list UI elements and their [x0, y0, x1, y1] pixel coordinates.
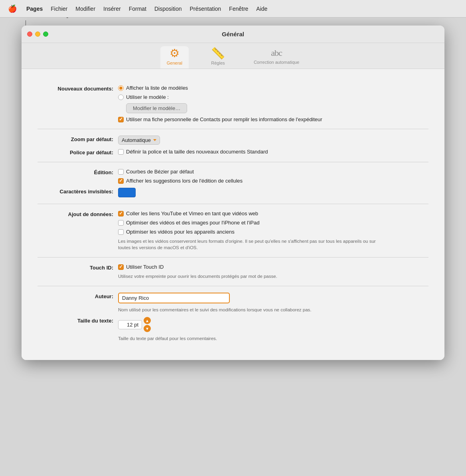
label-police: Police par défaut:: [38, 149, 113, 155]
traffic-lights: [27, 31, 48, 37]
menu-disposition[interactable]: Disposition: [151, 4, 185, 14]
row-taille: Taille du texte: ▲ ▼ Taille du texte par…: [38, 317, 428, 342]
color-swatch-invisible[interactable]: [118, 188, 136, 197]
row-nouveaux-documents: Nouveaux documents: Afficher la liste de…: [38, 85, 428, 122]
author-input[interactable]: [118, 293, 230, 303]
modify-model-button[interactable]: Modifier le modèle…: [126, 103, 187, 113]
label-auteur: Auteur:: [38, 293, 113, 299]
titlebar: Général: [22, 26, 444, 43]
checkbox-row-contacts[interactable]: Utiliser ma fiche personnelle de Contact…: [118, 116, 428, 122]
menu-aide[interactable]: Aide: [253, 4, 271, 14]
checkbox-contacts-label: Utiliser ma fiche personnelle de Contact…: [126, 116, 322, 122]
section-nouveaux-documents: Nouveaux documents: Afficher la liste de…: [38, 79, 428, 129]
maximize-button[interactable]: [43, 31, 48, 37]
label-ajout: Ajout de données:: [38, 210, 113, 217]
section-edition: Édition: Courbes de Bézier par défaut Af…: [38, 162, 428, 204]
checkbox-suggestions-label: Afficher les suggestions lors de l'éditi…: [126, 178, 243, 184]
auteur-hint: Nom utilisé pour les commentaires et le …: [118, 307, 389, 313]
row-auteur: Auteur: Nom utilisé pour les commentaire…: [38, 293, 428, 313]
content-area: Nouveaux documents: Afficher la liste de…: [22, 69, 444, 360]
radio-utiliser-label: Utiliser le modèle :: [126, 94, 169, 100]
touchid-hint: Utilisez votre empreinte pour ouvrir les…: [118, 273, 389, 279]
zoom-dropdown[interactable]: Automatique: [118, 136, 160, 145]
gear-icon: ⚙: [170, 48, 180, 59]
zoom-dropdown-arrow: [153, 139, 156, 141]
checkbox-row-optimiser-anciens[interactable]: Optimiser les vidéos pour les appareils …: [118, 229, 428, 235]
tab-regles[interactable]: 📏 Règles: [205, 46, 231, 69]
checkbox-optimiser-anciens[interactable]: [118, 229, 124, 235]
tab-general[interactable]: ⚙ General: [160, 46, 189, 69]
menu-fenetre[interactable]: Fenêtre: [226, 4, 251, 14]
radio-row-afficher[interactable]: Afficher la liste de modèles: [118, 85, 428, 91]
checkbox-youtube-label: Coller les liens YouTube et Vimeo en tan…: [126, 210, 258, 216]
menu-pages[interactable]: Pages: [23, 4, 46, 14]
row-caracteres: Caractères invisibles:: [38, 188, 428, 197]
checkbox-suggestions[interactable]: [118, 178, 124, 184]
toolbar: ⚙ General 📏 Règles abc Correction automa…: [22, 43, 444, 69]
menu-inserer[interactable]: Insérer: [100, 4, 124, 14]
minimize-button[interactable]: [35, 31, 40, 37]
label-zoom: Zoom par défaut:: [38, 136, 113, 142]
checkbox-police[interactable]: [118, 149, 124, 155]
label-taille: Taille du texte:: [38, 317, 113, 324]
checkbox-row-optimiser-videos[interactable]: Optimiser des vidéos et des images pour …: [118, 220, 428, 226]
checkbox-row-bezier[interactable]: Courbes de Bézier par défaut: [118, 169, 428, 175]
checkbox-row-youtube[interactable]: Coller les liens YouTube et Vimeo en tan…: [118, 210, 428, 216]
content-ajout: Coller les liens YouTube et Vimeo en tan…: [118, 210, 428, 251]
font-size-input[interactable]: [118, 320, 142, 329]
checkbox-row-touchid[interactable]: Utiliser Touch ID: [118, 264, 428, 270]
menu-format[interactable]: Format: [126, 4, 150, 14]
radio-afficher-label: Afficher la liste de modèles: [126, 85, 188, 91]
radio-utiliser-modele[interactable]: [118, 94, 124, 100]
menu-modifier[interactable]: Modifier: [72, 4, 99, 14]
label-caracteres: Caractères invisibles:: [38, 188, 113, 195]
preferences-window: Général ⚙ General 📏 Règles abc Correctio…: [22, 26, 444, 360]
menubar: 🍎 Pages Fichier Modifier Insérer Format …: [0, 0, 466, 18]
label-nouveaux-documents: Nouveaux documents:: [38, 85, 113, 92]
checkbox-touchid[interactable]: [118, 264, 124, 270]
content-caracteres: [118, 188, 428, 197]
tab-regles-label: Règles: [211, 61, 225, 65]
row-ajout: Ajout de données: Coller les liens YouTu…: [38, 210, 428, 251]
checkbox-optimiser-videos[interactable]: [118, 220, 124, 226]
stepper-up-button[interactable]: ▲: [144, 317, 151, 324]
zoom-value: Automatique: [122, 137, 151, 143]
checkbox-contacts[interactable]: [118, 117, 124, 122]
checkbox-bezier-label: Courbes de Bézier par défaut: [126, 169, 194, 175]
content-zoom: Automatique: [118, 136, 428, 145]
checkbox-row-suggestions[interactable]: Afficher les suggestions lors de l'éditi…: [118, 178, 428, 184]
stepper-down-button[interactable]: ▼: [144, 325, 151, 332]
checkbox-optimiser-anciens-label: Optimiser les vidéos pour les appareils …: [126, 229, 235, 235]
row-zoom: Zoom par défaut: Automatique: [38, 136, 428, 145]
ruler-icon: 📏: [211, 48, 225, 59]
content-edition: Courbes de Bézier par défaut Afficher le…: [118, 169, 428, 184]
label-edition: Édition:: [38, 169, 113, 175]
label-touchid: Touch ID:: [38, 264, 113, 271]
stepper-row: ▲ ▼: [118, 317, 428, 332]
apple-menu[interactable]: 🍎: [5, 3, 20, 15]
row-edition: Édition: Courbes de Bézier par défaut Af…: [38, 169, 428, 184]
section-zoom-police: Zoom par défaut: Automatique Police par …: [38, 129, 428, 162]
row-touchid: Touch ID: Utiliser Touch ID Utilisez vot…: [38, 264, 428, 279]
tab-correction[interactable]: abc Correction automatique: [247, 46, 306, 69]
content-taille: ▲ ▼ Taille du texte par défaut pour les …: [118, 317, 428, 342]
checkbox-touchid-label: Utiliser Touch ID: [126, 264, 164, 270]
close-button[interactable]: [27, 31, 32, 37]
content-touchid: Utiliser Touch ID Utilisez votre emprein…: [118, 264, 428, 279]
menu-presentation[interactable]: Présentation: [186, 4, 224, 14]
row-police: Police par défaut: Définir la police et …: [38, 149, 428, 155]
ajout-hint: Les images et les vidéos conserveront le…: [118, 238, 389, 251]
abc-icon: abc: [271, 48, 282, 58]
menu-fichier[interactable]: Fichier: [47, 4, 71, 14]
radio-row-utiliser[interactable]: Utiliser le modèle :: [118, 94, 428, 100]
content-nouveaux-documents: Afficher la liste de modèles Utiliser le…: [118, 85, 428, 122]
radio-afficher-liste[interactable]: [118, 85, 124, 91]
checkbox-bezier[interactable]: [118, 169, 124, 175]
window-title: Général: [222, 31, 244, 37]
tab-general-label: General: [167, 61, 182, 65]
content-police: Définir la police et la taille des nouve…: [118, 149, 428, 155]
taille-hint: Taille du texte par défaut pour les comm…: [118, 335, 389, 342]
checkbox-youtube[interactable]: [118, 211, 124, 216]
checkbox-optimiser-videos-label: Optimiser des vidéos et des images pour …: [126, 220, 259, 226]
checkbox-row-police[interactable]: Définir la police et la taille des nouve…: [118, 149, 428, 155]
